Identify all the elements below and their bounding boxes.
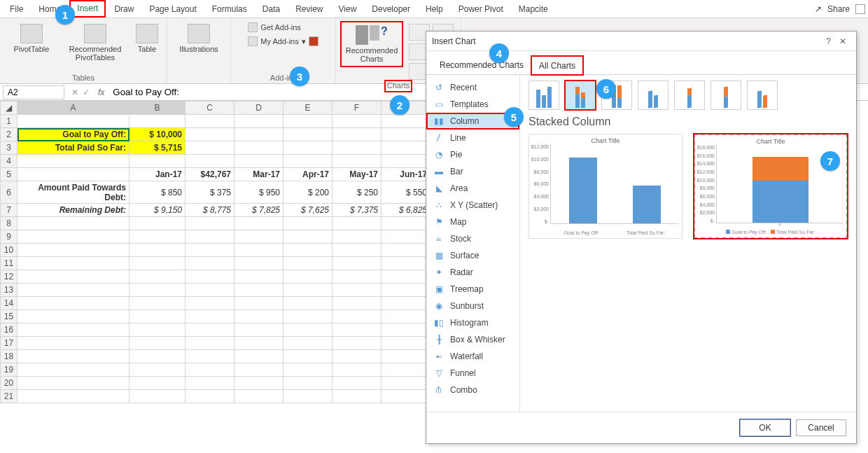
select-all[interactable]: ◢ <box>1 102 18 115</box>
tab-page-layout[interactable]: Page Layout <box>142 1 203 17</box>
tab-insert[interactable]: Insert <box>69 0 106 18</box>
cat-waterfall[interactable]: ▪▫Waterfall <box>426 348 519 365</box>
group-addins: Get Add-ins My Add-ins ▾ Add-ins <box>231 18 336 83</box>
chart-preview-stacked[interactable]: Chart Title $18,000$16,000$14,000$12,000… <box>694 134 848 239</box>
tab-data[interactable]: Data <box>255 1 287 17</box>
name-box[interactable] <box>3 85 64 99</box>
dialog-help-icon[interactable]: ? <box>822 36 835 46</box>
chart-subtype-row <box>528 81 848 110</box>
cat-radar[interactable]: ✦Radar <box>426 264 519 281</box>
cat-stock[interactable]: ⫨Stock <box>426 230 519 247</box>
share-icon: ↗ <box>815 4 822 14</box>
col-D[interactable]: D <box>234 102 284 115</box>
stack-goal <box>752 181 808 223</box>
bar-paid <box>633 186 661 223</box>
cat-surface[interactable]: ▦Surface <box>426 247 519 264</box>
group-illustrations: Illustrations <box>167 18 231 83</box>
group-tables: PivotTable Recommended PivotTables Table… <box>0 18 167 83</box>
col-E[interactable]: E <box>284 102 332 115</box>
cancel-icon[interactable]: ✕ <box>71 88 78 97</box>
callout-2: 2 <box>390 95 410 115</box>
chart-category-list: ↺Recent ▭Templates ▮▮Column 〳Line ◔Pie ▬… <box>426 75 520 412</box>
subtype-3d-stacked[interactable] <box>674 81 705 110</box>
cat-sunburst[interactable]: ◉Sunburst <box>426 298 519 314</box>
col-C[interactable]: C <box>186 102 234 115</box>
fx-icon[interactable]: fx <box>94 88 108 97</box>
tab-power-pivot[interactable]: Power Pivot <box>451 1 510 17</box>
cancel-button[interactable]: Cancel <box>796 419 846 436</box>
cat-bar[interactable]: ▬Bar <box>426 163 519 180</box>
table-button[interactable]: Table <box>133 22 161 55</box>
subtype-title: Stacked Column <box>528 116 848 128</box>
recommended-pivot-tables-button[interactable]: Recommended PivotTables <box>63 22 127 63</box>
tab-draw[interactable]: Draw <box>107 1 141 17</box>
cat-box-whisker[interactable]: ╂Box & Whisker <box>426 331 519 348</box>
insert-chart-dialog: Insert Chart ? ✕ Recommended Charts All … <box>426 31 857 444</box>
subtype-clustered-column[interactable] <box>528 81 559 110</box>
subtype-3d-column[interactable] <box>747 81 778 110</box>
illustrations-button[interactable]: Illustrations <box>173 22 225 55</box>
tab-view[interactable]: View <box>332 1 364 17</box>
cell-B2[interactable]: $ 10,000 <box>130 128 186 141</box>
tab-help[interactable]: Help <box>419 1 450 17</box>
ok-button[interactable]: OK <box>740 419 790 436</box>
cat-map[interactable]: ⚑Map <box>426 214 519 230</box>
cat-line[interactable]: 〳Line <box>426 130 519 146</box>
get-addins-button[interactable]: Get Add-ins <box>248 22 318 32</box>
callout-3: 3 <box>290 67 309 86</box>
dialog-title: Insert Chart <box>432 36 476 46</box>
cat-combo[interactable]: ⫛Combo <box>426 382 519 398</box>
subtype-stacked-column[interactable] <box>565 81 596 110</box>
enter-icon[interactable]: ✓ <box>83 88 90 97</box>
pivot-table-button[interactable]: PivotTable <box>6 22 57 55</box>
group-tables-label: Tables <box>72 74 94 83</box>
comments-icon[interactable] <box>855 4 865 14</box>
cat-scatter[interactable]: ∴X Y (Scatter) <box>426 197 519 214</box>
dialog-close-icon[interactable]: ✕ <box>835 36 850 46</box>
recommended-charts-button[interactable]: ? Recommended Charts <box>342 22 402 66</box>
group-charts-label: Charts <box>387 81 410 91</box>
tab-developer[interactable]: Developer <box>365 1 417 17</box>
ribbon-tabs: File Home Insert Draw Page Layout Formul… <box>0 0 868 18</box>
callout-4: 4 <box>489 43 509 63</box>
cat-pie[interactable]: ◔Pie <box>426 146 519 163</box>
callout-1: 1 <box>55 5 75 25</box>
dlg-tab-recommended[interactable]: Recommended Charts <box>432 55 531 74</box>
dlg-tab-all-charts[interactable]: All Charts <box>531 56 583 75</box>
cat-area[interactable]: ◣Area <box>426 180 519 197</box>
bar-goal <box>569 158 597 223</box>
chart-preview-clustered[interactable]: Chart Title $12,000$10,000$8,000$6,000$4… <box>528 134 682 239</box>
share-button[interactable]: Share <box>827 4 850 14</box>
cell-A2[interactable]: Goal to Pay Off: <box>18 128 130 141</box>
my-addins-button[interactable]: My Add-ins ▾ <box>248 36 318 46</box>
tab-formulas[interactable]: Formulas <box>205 1 254 17</box>
cat-funnel[interactable]: ▽Funnel <box>426 365 519 382</box>
callout-7: 7 <box>820 151 840 171</box>
subtype-3d-100[interactable] <box>710 81 741 110</box>
tab-file[interactable]: File <box>3 1 30 17</box>
callout-6: 6 <box>596 79 616 99</box>
stack-paid <box>752 157 808 181</box>
col-A[interactable]: A <box>18 102 130 115</box>
col-B[interactable]: B <box>130 102 186 115</box>
cell-B3[interactable]: $ 5,715 <box>130 141 186 155</box>
cat-histogram[interactable]: ▮▯Histogram <box>426 314 519 331</box>
cat-treemap[interactable]: ▣Treemap <box>426 281 519 298</box>
callout-5: 5 <box>504 107 524 127</box>
tab-review[interactable]: Review <box>288 1 330 17</box>
col-F[interactable]: F <box>332 102 382 115</box>
subtype-3d-clustered[interactable] <box>638 81 668 110</box>
cat-recent[interactable]: ↺Recent <box>426 79 519 96</box>
cell-A3[interactable]: Total Paid So Far: <box>18 141 130 155</box>
tab-mapcite[interactable]: Mapcite <box>512 1 555 17</box>
